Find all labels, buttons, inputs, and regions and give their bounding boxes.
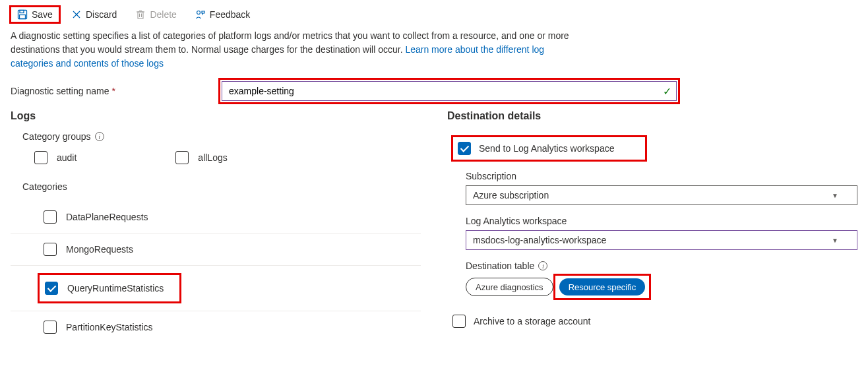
resource-specific-option[interactable]: Resource specific [559, 278, 646, 295]
archive-storage-checkbox[interactable] [452, 315, 466, 328]
dataplanerequests-checkbox[interactable] [44, 210, 57, 224]
workspace-select[interactable]: msdocs-log-analytics-workspace ▼ [466, 230, 857, 250]
send-loganalytics-label: Send to Log Analytics workspace [479, 143, 614, 154]
audit-label: audit [57, 152, 77, 163]
partitionkeystatistics-checkbox[interactable] [44, 321, 57, 334]
categories-label: Categories [22, 181, 421, 192]
destination-title: Destination details [447, 110, 857, 122]
close-icon [71, 9, 82, 20]
svg-point-10 [197, 11, 200, 15]
save-icon [17, 9, 28, 20]
azure-diagnostics-option[interactable]: Azure diagnostics [466, 278, 553, 295]
partitionkeystatistics-label: PartitionKeyStatistics [66, 322, 153, 332]
queryruntimestatistics-checkbox[interactable] [45, 282, 58, 295]
delete-label: Delete [150, 9, 176, 20]
trash-icon [135, 9, 146, 20]
save-label: Save [32, 9, 53, 20]
alllogs-checkbox[interactable] [175, 151, 189, 164]
feedback-button[interactable]: Feedback [189, 7, 257, 22]
svg-rect-2 [20, 15, 26, 19]
setting-name-label: Diagnostic setting name* [11, 86, 208, 96]
info-icon[interactable]: i [538, 261, 547, 270]
subscription-select[interactable]: Azure subscription ▼ [466, 185, 857, 205]
category-groups-label: Category groups i [22, 131, 421, 142]
mongorequests-label: MongoRequests [66, 244, 133, 255]
save-button[interactable]: Save [11, 7, 59, 22]
description-text: A diagnostic setting specifies a list of… [0, 29, 594, 78]
check-icon: ✓ [663, 85, 671, 98]
feedback-label: Feedback [210, 9, 250, 20]
archive-storage-label: Archive to a storage account [474, 316, 590, 326]
alllogs-label: allLogs [198, 152, 227, 163]
destination-table-label: Destination table [466, 261, 534, 271]
dataplanerequests-label: DataPlaneRequests [66, 212, 148, 222]
send-loganalytics-checkbox[interactable] [458, 142, 471, 155]
subscription-label: Subscription [466, 171, 857, 181]
svg-rect-5 [138, 12, 143, 18]
discard-label: Discard [86, 9, 117, 20]
discard-button[interactable]: Discard [65, 7, 123, 22]
mongorequests-checkbox[interactable] [44, 243, 57, 256]
delete-button: Delete [129, 7, 183, 22]
setting-name-input[interactable] [222, 81, 677, 101]
info-icon[interactable]: i [95, 132, 104, 141]
chevron-down-icon: ▼ [832, 237, 838, 244]
queryruntimestatistics-label: QueryRuntimeStatistics [67, 283, 164, 294]
svg-rect-1 [20, 11, 24, 13]
destination-table-toggle[interactable]: Azure diagnostics [466, 278, 553, 296]
feedback-icon [195, 9, 206, 20]
audit-checkbox[interactable] [34, 151, 47, 164]
chevron-down-icon: ▼ [832, 192, 838, 199]
logs-title: Logs [11, 110, 421, 122]
workspace-label: Log Analytics workspace [466, 216, 857, 226]
